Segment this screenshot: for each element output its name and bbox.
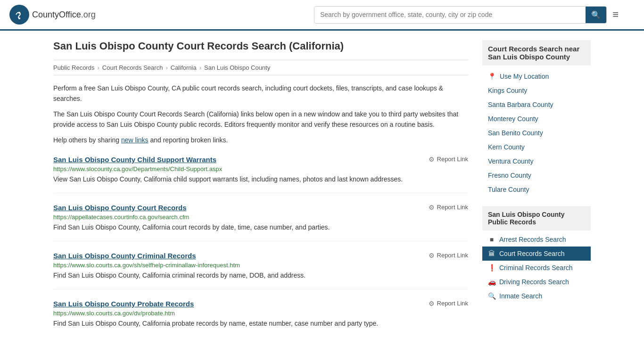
nearby-county-2[interactable]: Monterey County — [482, 112, 591, 126]
public-records-items: ■ Arrest Records Search 🏛 Court Records … — [482, 232, 591, 303]
breadcrumb: Public Records › Court Records Search › … — [53, 60, 468, 75]
report-link-1[interactable]: ⚙ Report Link — [429, 204, 468, 211]
breadcrumb-public-records[interactable]: Public Records — [53, 64, 94, 71]
report-link-2[interactable]: ⚙ Report Link — [429, 252, 468, 259]
breadcrumb-california[interactable]: California — [171, 64, 197, 71]
search-icon: 🔍 — [591, 11, 601, 19]
description-2: The San Luis Obispo County Court Records… — [53, 109, 468, 130]
record-entry: San Luis Obispo County Probate Records ⚙… — [53, 300, 468, 337]
records-container: San Luis Obispo County Child Support War… — [53, 156, 468, 337]
hamburger-icon: ≡ — [612, 8, 619, 20]
record-desc-0: View San Luis Obispo County, California … — [53, 174, 468, 184]
nearby-county-7[interactable]: Tulare County — [482, 182, 591, 197]
page-title: San Luis Obispo County Court Records Sea… — [53, 40, 468, 52]
record-title-3[interactable]: San Luis Obispo County Probate Records — [53, 300, 194, 308]
item-icon-0: ■ — [488, 236, 495, 243]
nearby-county-5[interactable]: Ventura County — [482, 154, 591, 168]
item-icon-4: 🔍 — [488, 292, 495, 300]
search-box: 🔍 — [314, 6, 607, 24]
sidebar-public-records-title: San Luis Obispo County Public Records — [482, 206, 591, 230]
svg-point-1 — [18, 12, 20, 14]
menu-button[interactable]: ≡ — [611, 7, 620, 23]
svg-point-2 — [18, 17, 20, 19]
record-desc-1: Find San Luis Obispo County, California … — [53, 222, 468, 232]
description-1: Perform a free San Luis Obispo County, C… — [53, 83, 468, 104]
public-record-item-1[interactable]: 🏛 Court Records Search — [482, 247, 591, 261]
main-container: San Luis Obispo County Court Records Sea… — [39, 31, 605, 346]
logo-area: CountyOffice.org — [9, 5, 96, 25]
location-icon: 📍 — [488, 73, 496, 80]
report-icon-2: ⚙ — [429, 252, 435, 259]
record-header: San Luis Obispo County Court Records ⚙ R… — [53, 204, 468, 212]
search-input[interactable] — [314, 7, 586, 22]
public-record-item-2[interactable]: ❗ Criminal Records Search — [482, 261, 591, 275]
description-3: Help others by sharing new links and rep… — [53, 135, 468, 145]
breadcrumb-court-records[interactable]: Court Records Search — [102, 64, 163, 71]
nearby-county-3[interactable]: San Benito County — [482, 126, 591, 140]
report-link-0[interactable]: ⚙ Report Link — [429, 156, 468, 163]
record-header: San Luis Obispo County Probate Records ⚙… — [53, 300, 468, 308]
item-label-1: Court Records Search — [499, 250, 565, 257]
item-icon-1: 🏛 — [488, 250, 495, 257]
item-icon-3: 🚗 — [488, 278, 495, 286]
report-icon-0: ⚙ — [429, 156, 435, 163]
report-icon-3: ⚙ — [429, 300, 435, 307]
new-links-link[interactable]: new links — [121, 136, 149, 144]
record-url-2: https://www.slo.courts.ca.gov/sh/selfhel… — [53, 262, 468, 269]
breadcrumb-current: San Luis Obispo County — [204, 64, 270, 71]
record-url-0: https://www.slocounty.ca.gov/Departments… — [53, 165, 468, 173]
search-button[interactable]: 🔍 — [586, 7, 606, 23]
record-header: San Luis Obispo County Criminal Records … — [53, 252, 468, 260]
item-label-2: Criminal Records Search — [499, 264, 573, 272]
record-entry: San Luis Obispo County Child Support War… — [53, 156, 468, 193]
item-label-0: Arrest Records Search — [499, 236, 566, 243]
nearby-county-1[interactable]: Santa Barbara County — [482, 98, 591, 112]
header: CountyOffice.org 🔍 ≡ — [0, 0, 644, 31]
report-link-3[interactable]: ⚙ Report Link — [429, 300, 468, 307]
public-record-item-3[interactable]: 🚗 Driving Records Search — [482, 275, 591, 289]
record-entry: San Luis Obispo County Criminal Records … — [53, 252, 468, 289]
search-area: 🔍 ≡ — [314, 6, 620, 24]
report-icon-1: ⚙ — [429, 204, 435, 211]
record-desc-3: Find San Luis Obispo County, California … — [53, 319, 468, 329]
breadcrumb-sep-2: › — [165, 64, 167, 71]
record-desc-2: Find San Luis Obispo County, California … — [53, 271, 468, 280]
record-entry: San Luis Obispo County Court Records ⚙ R… — [53, 204, 468, 241]
sidebar-public-records: San Luis Obispo County Public Records ■ … — [482, 206, 591, 303]
nearby-county-4[interactable]: Kern County — [482, 140, 591, 154]
use-my-location-link[interactable]: 📍 Use My Location — [482, 69, 591, 83]
record-url-1: https://appellatecases.courtinfo.ca.gov/… — [53, 214, 468, 221]
content-area: San Luis Obispo County Court Records Sea… — [53, 40, 468, 337]
public-record-item-0[interactable]: ■ Arrest Records Search — [482, 232, 591, 247]
nearby-county-6[interactable]: Fresno County — [482, 168, 591, 182]
record-url-3: https://www.slo.courts.ca.gov/dv/probate… — [53, 310, 468, 317]
nearby-counties-list: Kings CountySanta Barbara CountyMonterey… — [482, 83, 591, 197]
item-icon-2: ❗ — [488, 264, 495, 272]
sidebar: Court Records Search near San Luis Obisp… — [482, 40, 591, 337]
record-title-1[interactable]: San Luis Obispo County Court Records — [53, 204, 187, 212]
breadcrumb-sep-1: › — [97, 64, 99, 71]
item-label-4: Inmate Search — [499, 292, 542, 300]
breadcrumb-sep-3: › — [199, 64, 201, 71]
nearby-county-0[interactable]: Kings County — [482, 83, 591, 98]
record-title-2[interactable]: San Luis Obispo County Criminal Records — [53, 252, 196, 260]
record-header: San Luis Obispo County Child Support War… — [53, 156, 468, 164]
logo-icon — [9, 5, 29, 25]
logo-text: CountyOffice.org — [32, 10, 96, 20]
public-record-item-4[interactable]: 🔍 Inmate Search — [482, 289, 591, 303]
item-label-3: Driving Records Search — [499, 278, 569, 286]
sidebar-nearby-title: Court Records Search near San Luis Obisp… — [482, 40, 591, 66]
record-title-0[interactable]: San Luis Obispo County Child Support War… — [53, 156, 216, 164]
